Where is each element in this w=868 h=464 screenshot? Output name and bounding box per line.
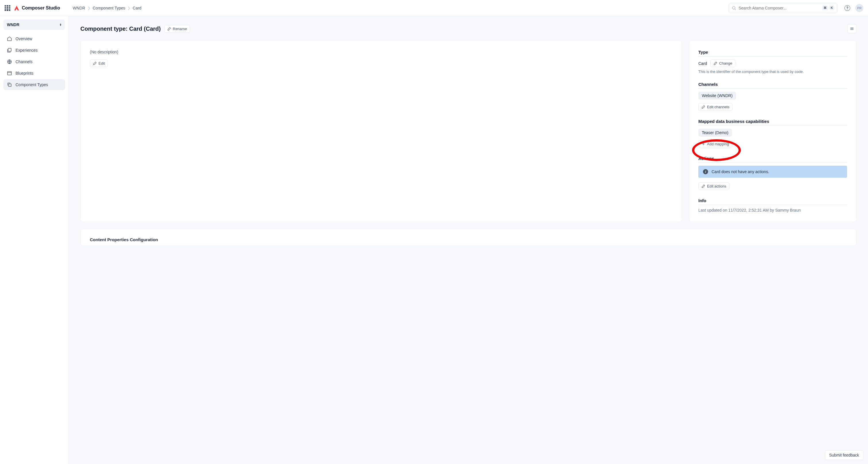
add-mapping-label: Add mapping [707,142,729,146]
chevron-updown-icon: ▲▼ [59,23,62,26]
svg-rect-4 [7,71,11,75]
chevron-right-icon: ❯ [127,6,130,10]
sidebar-item-label: Channels [16,59,32,64]
page-header: Component type: Card (Card) Rename [81,24,857,33]
kbd-cmd: ⌘ [822,5,828,10]
type-help-text: This is the identifier of the component … [699,69,847,74]
sidebar-item-component-types[interactable]: Component Types [3,79,65,90]
search-icon [732,6,736,10]
layout-icon [7,71,12,76]
change-label: Change [719,61,732,65]
help-icon[interactable]: ? [844,5,850,11]
edit-channels-button[interactable]: Edit channels [699,103,733,111]
edit-actions-button[interactable]: Edit actions [699,182,730,190]
sidebar-item-label: Component Types [16,83,48,87]
section-label: Mapped data business capabilities [699,119,847,124]
kbd-k: K [829,5,834,10]
mapped-section: Mapped data business capabilities Teaser… [699,119,847,148]
banner-text: Card does not have any actions. [712,169,769,174]
edit-channels-label: Edit channels [707,105,730,109]
sidebar-item-label: Blueprints [16,71,33,75]
last-updated-text: Last updated on 11/7/2022, 2:52:31 AM by… [699,208,847,213]
info-icon: i [703,169,708,174]
sidebar-item-channels[interactable]: Channels [3,56,65,67]
app-name: Composer Studio [22,5,60,11]
content-properties-panel: Content Properties Configuration [81,229,857,246]
section-label: Type [699,50,847,55]
actions-section: Actions i Card does not have any actions… [699,156,847,190]
page-menu-button[interactable] [847,24,857,33]
type-section: Type Card Change This is the identifier … [699,50,847,74]
topbar: Composer Studio WNDR ❯ Component Types ❯… [0,0,868,16]
breadcrumbs: WNDR ❯ Component Types ❯ Card [73,6,141,10]
workspace-name: WNDR [7,22,20,27]
rename-button[interactable]: Rename [164,25,190,33]
plus-icon [702,142,705,146]
svg-line-1 [735,9,736,10]
pencil-icon [167,27,171,31]
breadcrumb-item[interactable]: Card [133,6,141,10]
add-mapping-button[interactable]: Add mapping [699,140,732,148]
pencil-icon [702,105,705,109]
type-value: Card [699,61,707,66]
svg-rect-6 [9,84,11,86]
layers-icon [7,48,12,53]
rename-label: Rename [173,27,187,31]
apps-grid-icon[interactable] [5,5,10,11]
actions-empty-banner: i Card does not have any actions. [699,166,847,178]
pencil-icon [93,61,97,65]
logo-mark-icon [14,5,20,11]
sidebar-item-experiences[interactable]: Experiences [3,45,65,56]
sidebar-item-label: Overview [16,36,32,41]
globe-icon [7,59,12,64]
svg-rect-2 [8,48,11,52]
sidebar-item-overview[interactable]: Overview [3,33,65,44]
info-section: Info Last updated on 11/7/2022, 2:52:31 … [699,198,847,213]
breadcrumb-item[interactable]: WNDR [73,6,85,10]
workspace-selector[interactable]: WNDR ▲▼ [3,20,65,30]
sidebar-item-label: Experiences [16,48,38,53]
svg-point-0 [733,6,735,9]
home-icon [7,36,12,41]
kbd-shortcut: ⌘ K [822,5,834,10]
section-label: Channels [699,82,847,87]
main-content: Component type: Card (Card) Rename (No d… [69,16,868,464]
section-label: Info [699,198,847,203]
chevron-right-icon: ❯ [88,6,90,10]
channels-section: Channels Website (WNDR) Edit channels [699,82,847,111]
app-logo[interactable]: Composer Studio [14,5,60,11]
edit-label: Edit [98,61,105,65]
pencil-icon [702,184,705,188]
sidebar: WNDR ▲▼ Overview Experiences Channels Bl… [0,16,69,464]
details-panel: Type Card Change This is the identifier … [689,40,857,222]
sidebar-nav: Overview Experiences Channels Blueprints… [3,33,65,90]
search-input-wrapper[interactable]: ⌘ K [728,3,838,13]
no-description-text: (No description) [90,50,673,54]
edit-description-button[interactable]: Edit [90,59,108,67]
channel-chip: Website (WNDR) [699,92,736,100]
mapping-chip: Teaser (Demo) [699,129,732,137]
menu-icon [849,26,854,31]
content-properties-title: Content Properties Configuration [90,237,847,242]
change-type-button[interactable]: Change [710,59,735,67]
edit-actions-label: Edit actions [707,184,726,188]
description-panel: (No description) Edit [81,40,682,222]
page-title: Component type: Card (Card) [81,26,161,32]
section-label: Actions [699,156,847,161]
breadcrumb-item[interactable]: Component Types [93,6,125,10]
user-avatar[interactable]: PR [856,4,863,12]
search-input[interactable] [739,6,820,10]
copy-icon [7,82,12,87]
submit-feedback-button[interactable]: Submit feedback [825,450,863,460]
sidebar-item-blueprints[interactable]: Blueprints [3,68,65,79]
pencil-icon [714,61,717,65]
